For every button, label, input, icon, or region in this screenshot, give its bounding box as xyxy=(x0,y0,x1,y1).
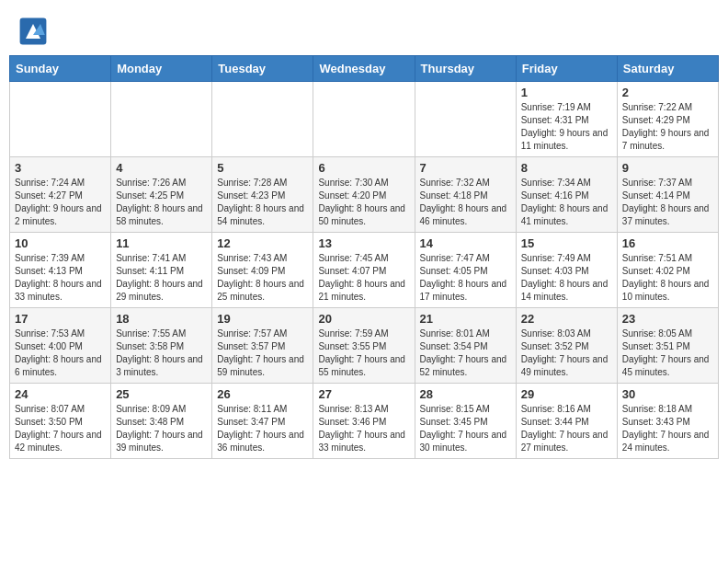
day-number: 18 xyxy=(116,312,207,326)
day-info: Sunrise: 7:41 AM Sunset: 4:11 PM Dayligh… xyxy=(116,252,207,304)
day-number: 28 xyxy=(420,387,511,401)
day-info: Sunrise: 8:09 AM Sunset: 3:48 PM Dayligh… xyxy=(116,403,207,454)
day-number: 22 xyxy=(521,312,612,326)
day-info: Sunrise: 8:01 AM Sunset: 3:54 PM Dayligh… xyxy=(420,327,511,379)
day-number: 3 xyxy=(15,161,106,175)
day-header-wednesday: Wednesday xyxy=(313,56,415,82)
calendar-cell: 14Sunrise: 7:47 AM Sunset: 4:05 PM Dayli… xyxy=(415,233,516,308)
day-info: Sunrise: 7:57 AM Sunset: 3:57 PM Dayligh… xyxy=(217,327,308,379)
calendar-cell: 17Sunrise: 7:53 AM Sunset: 4:00 PM Dayli… xyxy=(10,308,111,384)
day-info: Sunrise: 7:49 AM Sunset: 4:03 PM Dayligh… xyxy=(521,252,612,304)
day-number: 15 xyxy=(521,236,612,250)
day-info: Sunrise: 8:07 AM Sunset: 3:50 PM Dayligh… xyxy=(15,403,106,454)
day-info: Sunrise: 7:32 AM Sunset: 4:18 PM Dayligh… xyxy=(420,177,511,228)
day-info: Sunrise: 8:03 AM Sunset: 3:52 PM Dayligh… xyxy=(521,327,612,379)
day-info: Sunrise: 7:24 AM Sunset: 4:27 PM Dayligh… xyxy=(15,177,106,228)
calendar-cell: 12Sunrise: 7:43 AM Sunset: 4:09 PM Dayli… xyxy=(212,233,313,308)
day-info: Sunrise: 8:11 AM Sunset: 3:47 PM Dayligh… xyxy=(217,403,308,454)
day-number: 24 xyxy=(15,387,106,401)
calendar-cell: 27Sunrise: 8:13 AM Sunset: 3:46 PM Dayli… xyxy=(313,384,415,459)
calendar-cell xyxy=(111,82,212,157)
day-number: 4 xyxy=(116,161,207,175)
day-header-monday: Monday xyxy=(111,56,212,82)
day-number: 10 xyxy=(15,236,106,250)
calendar-cell: 23Sunrise: 8:05 AM Sunset: 3:51 PM Dayli… xyxy=(617,308,718,384)
day-info: Sunrise: 7:51 AM Sunset: 4:02 PM Dayligh… xyxy=(622,252,713,304)
day-number: 2 xyxy=(622,86,713,99)
day-info: Sunrise: 7:55 AM Sunset: 3:58 PM Dayligh… xyxy=(116,327,207,379)
calendar-cell: 28Sunrise: 8:15 AM Sunset: 3:45 PM Dayli… xyxy=(415,384,516,459)
calendar: SundayMondayTuesdayWednesdayThursdayFrid… xyxy=(9,55,719,459)
week-row-3: 10Sunrise: 7:39 AM Sunset: 4:13 PM Dayli… xyxy=(10,233,719,308)
week-row-2: 3Sunrise: 7:24 AM Sunset: 4:27 PM Daylig… xyxy=(10,157,719,233)
calendar-cell: 22Sunrise: 8:03 AM Sunset: 3:52 PM Dayli… xyxy=(516,308,617,384)
day-number: 21 xyxy=(420,312,511,326)
calendar-cell: 9Sunrise: 7:37 AM Sunset: 4:14 PM Daylig… xyxy=(617,157,718,233)
day-info: Sunrise: 7:28 AM Sunset: 4:23 PM Dayligh… xyxy=(217,177,308,228)
calendar-cell: 19Sunrise: 7:57 AM Sunset: 3:57 PM Dayli… xyxy=(212,308,313,384)
calendar-cell: 6Sunrise: 7:30 AM Sunset: 4:20 PM Daylig… xyxy=(313,157,415,233)
day-info: Sunrise: 7:30 AM Sunset: 4:20 PM Dayligh… xyxy=(318,177,409,228)
calendar-cell: 5Sunrise: 7:28 AM Sunset: 4:23 PM Daylig… xyxy=(212,157,313,233)
calendar-cell xyxy=(313,82,415,157)
day-info: Sunrise: 8:13 AM Sunset: 3:46 PM Dayligh… xyxy=(318,403,409,454)
calendar-cell: 8Sunrise: 7:34 AM Sunset: 4:16 PM Daylig… xyxy=(516,157,617,233)
calendar-cell: 26Sunrise: 8:11 AM Sunset: 3:47 PM Dayli… xyxy=(212,384,313,459)
calendar-cell: 24Sunrise: 8:07 AM Sunset: 3:50 PM Dayli… xyxy=(10,384,111,459)
logo xyxy=(18,17,51,46)
calendar-cell: 1Sunrise: 7:19 AM Sunset: 4:31 PM Daylig… xyxy=(516,82,617,157)
day-info: Sunrise: 7:45 AM Sunset: 4:07 PM Dayligh… xyxy=(318,252,409,304)
day-info: Sunrise: 7:43 AM Sunset: 4:09 PM Dayligh… xyxy=(217,252,308,304)
day-info: Sunrise: 7:22 AM Sunset: 4:29 PM Dayligh… xyxy=(622,101,713,153)
calendar-cell: 30Sunrise: 8:18 AM Sunset: 3:43 PM Dayli… xyxy=(617,384,718,459)
calendar-cell: 15Sunrise: 7:49 AM Sunset: 4:03 PM Dayli… xyxy=(516,233,617,308)
day-number: 8 xyxy=(521,161,612,175)
day-info: Sunrise: 8:16 AM Sunset: 3:44 PM Dayligh… xyxy=(521,403,612,454)
calendar-cell xyxy=(212,82,313,157)
day-number: 9 xyxy=(622,161,713,175)
day-header-thursday: Thursday xyxy=(415,56,516,82)
day-number: 23 xyxy=(622,312,713,326)
calendar-cell: 21Sunrise: 8:01 AM Sunset: 3:54 PM Dayli… xyxy=(415,308,516,384)
day-number: 7 xyxy=(420,161,511,175)
header xyxy=(9,9,719,50)
day-info: Sunrise: 7:47 AM Sunset: 4:05 PM Dayligh… xyxy=(420,252,511,304)
day-header-friday: Friday xyxy=(516,56,617,82)
calendar-cell xyxy=(10,82,111,157)
calendar-cell: 16Sunrise: 7:51 AM Sunset: 4:02 PM Dayli… xyxy=(617,233,718,308)
day-number: 1 xyxy=(521,86,612,99)
day-number: 14 xyxy=(420,236,511,250)
day-info: Sunrise: 8:05 AM Sunset: 3:51 PM Dayligh… xyxy=(622,327,713,379)
day-header-sunday: Sunday xyxy=(10,56,111,82)
day-number: 12 xyxy=(217,236,308,250)
day-info: Sunrise: 7:19 AM Sunset: 4:31 PM Dayligh… xyxy=(521,101,612,153)
calendar-cell: 2Sunrise: 7:22 AM Sunset: 4:29 PM Daylig… xyxy=(617,82,718,157)
day-number: 19 xyxy=(217,312,308,326)
day-number: 25 xyxy=(116,387,207,401)
calendar-cell: 11Sunrise: 7:41 AM Sunset: 4:11 PM Dayli… xyxy=(111,233,212,308)
day-number: 30 xyxy=(622,387,713,401)
day-info: Sunrise: 8:15 AM Sunset: 3:45 PM Dayligh… xyxy=(420,403,511,454)
week-row-4: 17Sunrise: 7:53 AM Sunset: 4:00 PM Dayli… xyxy=(10,308,719,384)
day-info: Sunrise: 7:34 AM Sunset: 4:16 PM Dayligh… xyxy=(521,177,612,228)
week-row-5: 24Sunrise: 8:07 AM Sunset: 3:50 PM Dayli… xyxy=(10,384,719,459)
calendar-cell: 7Sunrise: 7:32 AM Sunset: 4:18 PM Daylig… xyxy=(415,157,516,233)
calendar-cell: 20Sunrise: 7:59 AM Sunset: 3:55 PM Dayli… xyxy=(313,308,415,384)
day-number: 20 xyxy=(318,312,409,326)
day-info: Sunrise: 7:53 AM Sunset: 4:00 PM Dayligh… xyxy=(15,327,106,379)
calendar-cell: 18Sunrise: 7:55 AM Sunset: 3:58 PM Dayli… xyxy=(111,308,212,384)
day-header-tuesday: Tuesday xyxy=(212,56,313,82)
calendar-cell: 13Sunrise: 7:45 AM Sunset: 4:07 PM Dayli… xyxy=(313,233,415,308)
day-number: 27 xyxy=(318,387,409,401)
day-number: 13 xyxy=(318,236,409,250)
day-number: 5 xyxy=(217,161,308,175)
calendar-cell: 4Sunrise: 7:26 AM Sunset: 4:25 PM Daylig… xyxy=(111,157,212,233)
day-info: Sunrise: 7:39 AM Sunset: 4:13 PM Dayligh… xyxy=(15,252,106,304)
day-number: 29 xyxy=(521,387,612,401)
logo-icon xyxy=(18,17,48,46)
day-info: Sunrise: 8:18 AM Sunset: 3:43 PM Dayligh… xyxy=(622,403,713,454)
day-header-saturday: Saturday xyxy=(617,56,718,82)
calendar-cell: 25Sunrise: 8:09 AM Sunset: 3:48 PM Dayli… xyxy=(111,384,212,459)
calendar-cell: 29Sunrise: 8:16 AM Sunset: 3:44 PM Dayli… xyxy=(516,384,617,459)
day-info: Sunrise: 7:26 AM Sunset: 4:25 PM Dayligh… xyxy=(116,177,207,228)
